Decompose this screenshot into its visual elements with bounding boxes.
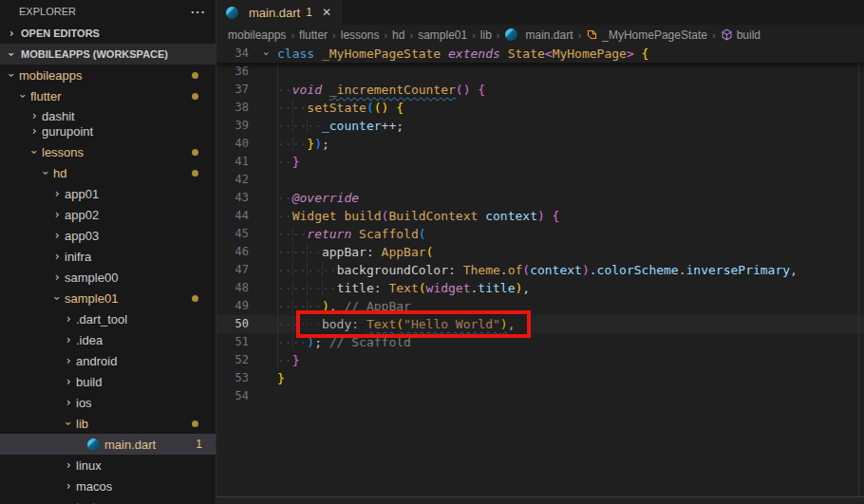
tree-item-mobileapps[interactable]: ›mobileapps <box>0 65 216 85</box>
code-text: ··void _incrementCounter() { <box>277 81 485 99</box>
tree-item-app03[interactable]: ›app03 <box>0 225 216 246</box>
code-line-54[interactable]: 54 <box>216 387 864 405</box>
code-line-34[interactable]: 34›class _MyHomePageState extends State<… <box>216 45 864 63</box>
tree-item-hd[interactable]: ›hd <box>0 162 216 183</box>
tree-item--dart-tool[interactable]: ›.dart_tool <box>0 308 216 329</box>
breadcrumb-label: lessons <box>341 28 380 42</box>
tree-item-app01[interactable]: ›app01 <box>0 183 216 204</box>
chevron-right-icon: › <box>49 229 65 242</box>
chevron-right-icon: › <box>27 124 42 138</box>
lightbulb-icon[interactable] <box>258 319 268 328</box>
line-number: 46 <box>216 243 249 261</box>
code-text: ··} <box>277 351 299 369</box>
code-line-52[interactable]: 52··} <box>216 351 864 369</box>
close-icon[interactable]: ✕ <box>322 6 331 19</box>
fold-chevron-icon[interactable]: › <box>263 45 270 63</box>
tree-item-label: lessons <box>42 145 84 159</box>
tree-item-main-dart[interactable]: main.dart1 <box>0 434 216 455</box>
code-line-40[interactable]: 40····}); <box>216 135 864 153</box>
breadcrumb-label: hd <box>392 28 404 42</box>
chevron-right-icon: › <box>61 333 76 346</box>
code-text: ····return Scaffold( <box>277 225 426 243</box>
editor-group: main.dart 1 ✕ mobileapps›flutter›lessons… <box>216 0 864 504</box>
tab-bar: main.dart 1 ✕ <box>216 0 864 25</box>
breadcrumb-item-lessons[interactable]: lessons <box>341 28 380 42</box>
breadcrumb-separator-icon: › <box>578 29 582 41</box>
tree-item-linux[interactable]: ›linux <box>0 455 216 476</box>
tree-item-gurupoint[interactable]: ›gurupoint <box>0 121 216 141</box>
tree-item-lessons[interactable]: ›lessons <box>0 141 216 162</box>
breadcrumb-item-sample01[interactable]: sample01 <box>418 28 467 42</box>
tree-item--idea[interactable]: ›.idea <box>0 329 216 350</box>
breadcrumb-separator-icon: › <box>332 29 336 41</box>
code-line-48[interactable]: 48········title: Text(widget.title), <box>216 279 864 297</box>
code-line-42[interactable]: 42 <box>216 171 864 189</box>
tree-item-macos[interactable]: ›macos <box>0 476 216 496</box>
code-text: ····}); <box>277 135 329 153</box>
dart-file-icon <box>226 7 238 19</box>
breadcrumb-separator-icon: › <box>497 29 500 41</box>
glyph-margin: › <box>249 45 277 63</box>
dart-file-icon <box>505 28 517 41</box>
code-line-41[interactable]: 41··} <box>216 153 864 171</box>
tree-item-dashit[interactable]: ›dashit <box>0 106 216 121</box>
code-line-36[interactable]: 36 <box>216 63 864 81</box>
code-line-46[interactable]: 46······appBar: AppBar( <box>216 243 864 261</box>
breadcrumb-item--myhomepagestate[interactable]: _MyHomePageState <box>586 28 707 42</box>
chevron-right-icon: › <box>49 271 65 284</box>
more-actions-icon[interactable]: ··· <box>191 5 206 19</box>
scrollbar-track[interactable] <box>858 45 859 496</box>
tree-item-label: sample01 <box>65 291 118 306</box>
glyph-margin <box>249 63 277 81</box>
code-text: } <box>277 369 285 387</box>
glyph-margin <box>249 225 277 243</box>
breadcrumb-item-lib[interactable]: lib <box>480 28 492 42</box>
line-number: 53 <box>216 369 249 387</box>
open-editors-section[interactable]: › OPEN EDITORS <box>0 23 216 44</box>
tree-item-sample00[interactable]: ›sample00 <box>0 267 216 288</box>
line-number: 36 <box>216 63 249 81</box>
glyph-margin <box>249 171 277 189</box>
tree-item-ios[interactable]: ›ios <box>0 392 216 413</box>
code-text: ··@override <box>277 189 359 207</box>
tree-item-flutter[interactable]: ›flutter <box>0 85 216 106</box>
file-tree: ›mobileapps›flutter›dashit›gurupoint›les… <box>0 65 216 504</box>
code-line-39[interactable]: 39······_counter++; <box>216 117 864 135</box>
breadcrumb-item-build[interactable]: build <box>721 28 761 42</box>
sticky-scroll-line[interactable]: 34›class _MyHomePageState extends State<… <box>216 45 864 63</box>
tree-item-app02[interactable]: ›app02 <box>0 204 216 225</box>
code-editor[interactable]: 3637··void _incrementCounter() {38····se… <box>216 45 864 496</box>
tree-item-label: lib <box>76 417 88 431</box>
tree-item-label: sample00 <box>65 271 118 285</box>
glyph-margin <box>249 117 277 135</box>
code-line-45[interactable]: 45····return Scaffold( <box>216 225 864 243</box>
tree-item-inifra[interactable]: ›inifra <box>0 246 216 267</box>
breadcrumb-label: main.dart <box>526 28 573 42</box>
tree-item-sample01[interactable]: ›sample01 <box>0 288 216 308</box>
breadcrumb-item-main-dart[interactable]: main.dart <box>505 28 573 42</box>
code-line-43[interactable]: 43··@override <box>216 189 864 207</box>
line-number: 49 <box>216 297 249 315</box>
code-line-53[interactable]: 53} <box>216 369 864 387</box>
code-line-38[interactable]: 38····setState(() { <box>216 99 864 117</box>
tab-main-dart[interactable]: main.dart 1 ✕ <box>216 0 342 25</box>
breadcrumb-item-mobileapps[interactable]: mobileapps <box>228 28 286 42</box>
panel-divider[interactable] <box>216 496 864 504</box>
code-line-37[interactable]: 37··void _incrementCounter() { <box>216 81 864 99</box>
breadcrumb-item-flutter[interactable]: flutter <box>299 28 328 42</box>
workspace-section[interactable]: › MOBILEAPPS (WORKSPACE) <box>0 44 216 65</box>
tree-item-label: build <box>76 375 102 389</box>
tree-item-build[interactable]: ›build <box>0 371 216 392</box>
breadcrumb-item-hd[interactable]: hd <box>392 28 404 42</box>
line-number: 52 <box>216 351 249 369</box>
glyph-margin <box>249 279 277 297</box>
code-line-47[interactable]: 47········backgroundColor: Theme.of(cont… <box>216 261 864 279</box>
chevron-right-icon: › <box>61 500 76 504</box>
tree-item-lib[interactable]: ›lib <box>0 413 216 434</box>
tree-item-label: .dart_tool <box>76 312 127 327</box>
tree-item-test[interactable]: ›test <box>0 496 216 504</box>
code-line-44[interactable]: 44··Widget build(BuildContext context) { <box>216 207 864 225</box>
tree-item-android[interactable]: ›android <box>0 350 216 371</box>
class-symbol-icon <box>586 28 598 41</box>
modified-dot-icon <box>192 295 198 302</box>
